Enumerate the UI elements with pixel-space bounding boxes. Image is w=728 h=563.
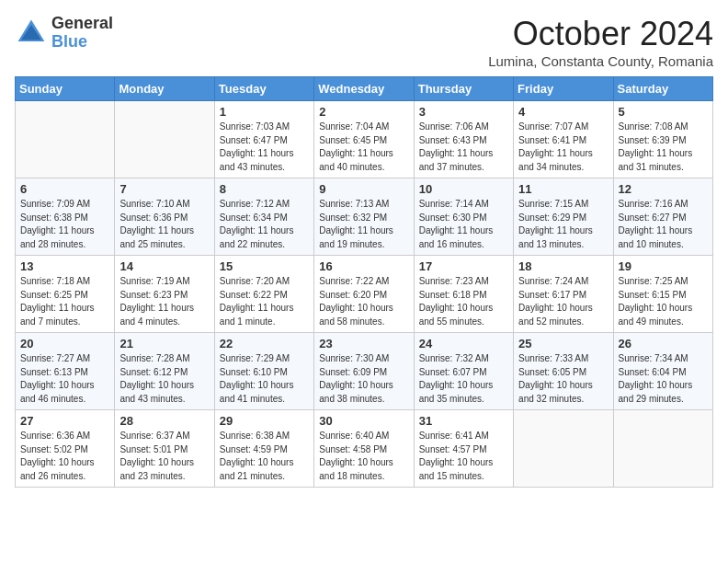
day-number: 21 <box>119 337 209 350</box>
day-number: 13 <box>20 259 109 273</box>
day-info: Sunrise: 7:25 AM Sunset: 6:15 PM Dayligh… <box>619 275 708 328</box>
day-number: 10 <box>419 182 508 196</box>
day-number: 28 <box>119 414 209 428</box>
day-info: Sunrise: 6:38 AM Sunset: 4:59 PM Dayligh… <box>220 430 309 483</box>
calendar-day-cell: 22Sunrise: 7:29 AM Sunset: 6:10 PM Dayli… <box>214 333 313 410</box>
day-info: Sunrise: 7:16 AM Sunset: 6:27 PM Dayligh… <box>619 198 708 251</box>
weekday-header-row: SundayMondayTuesdayWednesdayThursdayFrid… <box>16 77 713 101</box>
day-number: 31 <box>419 414 508 428</box>
logo-blue: Blue <box>51 33 113 52</box>
calendar-day-cell: 25Sunrise: 7:33 AM Sunset: 6:05 PM Dayli… <box>514 333 613 410</box>
day-number: 16 <box>319 259 408 273</box>
day-info: Sunrise: 7:33 AM Sunset: 6:05 PM Dayligh… <box>518 352 608 406</box>
day-number: 30 <box>319 414 408 428</box>
calendar-day-cell: 3Sunrise: 7:06 AM Sunset: 6:43 PM Daylig… <box>414 101 513 178</box>
weekday-header-saturday: Saturday <box>613 77 712 101</box>
calendar-day-cell: 28Sunrise: 6:37 AM Sunset: 5:01 PM Dayli… <box>115 410 214 488</box>
calendar-day-cell: 13Sunrise: 7:18 AM Sunset: 6:25 PM Dayli… <box>16 256 115 333</box>
weekday-header-thursday: Thursday <box>414 77 513 101</box>
calendar-day-cell: 21Sunrise: 7:28 AM Sunset: 6:12 PM Dayli… <box>115 333 214 410</box>
day-number: 5 <box>619 105 708 119</box>
day-number: 22 <box>220 337 309 350</box>
day-info: Sunrise: 7:28 AM Sunset: 6:12 PM Dayligh… <box>119 352 209 406</box>
calendar-day-cell: 29Sunrise: 6:38 AM Sunset: 4:59 PM Dayli… <box>214 410 313 488</box>
day-number: 9 <box>319 182 408 196</box>
day-info: Sunrise: 7:20 AM Sunset: 6:22 PM Dayligh… <box>220 275 309 328</box>
day-number: 25 <box>518 337 608 350</box>
weekday-header-monday: Monday <box>115 77 214 101</box>
day-info: Sunrise: 7:24 AM Sunset: 6:17 PM Dayligh… <box>518 275 608 328</box>
day-number: 24 <box>419 337 508 350</box>
day-number: 1 <box>220 105 309 119</box>
calendar-day-cell <box>115 101 214 178</box>
calendar-day-cell: 8Sunrise: 7:12 AM Sunset: 6:34 PM Daylig… <box>214 178 313 256</box>
calendar-day-cell: 27Sunrise: 6:36 AM Sunset: 5:02 PM Dayli… <box>16 410 115 488</box>
day-number: 19 <box>619 259 708 273</box>
day-info: Sunrise: 7:08 AM Sunset: 6:39 PM Dayligh… <box>619 121 708 174</box>
calendar-table: SundayMondayTuesdayWednesdayThursdayFrid… <box>15 76 713 488</box>
day-info: Sunrise: 7:06 AM Sunset: 6:43 PM Dayligh… <box>419 121 508 174</box>
logo: General Blue <box>15 15 113 52</box>
calendar-day-cell: 16Sunrise: 7:22 AM Sunset: 6:20 PM Dayli… <box>314 256 414 333</box>
day-info: Sunrise: 7:14 AM Sunset: 6:30 PM Dayligh… <box>419 198 508 251</box>
calendar-day-cell: 1Sunrise: 7:03 AM Sunset: 6:47 PM Daylig… <box>214 101 313 178</box>
calendar-day-cell: 7Sunrise: 7:10 AM Sunset: 6:36 PM Daylig… <box>115 178 214 256</box>
day-number: 8 <box>220 182 309 196</box>
day-number: 18 <box>518 259 608 273</box>
calendar-day-cell: 11Sunrise: 7:15 AM Sunset: 6:29 PM Dayli… <box>514 178 613 256</box>
month-title: October 2024 <box>488 15 713 53</box>
day-number: 11 <box>518 182 608 196</box>
day-info: Sunrise: 6:36 AM Sunset: 5:02 PM Dayligh… <box>20 430 109 483</box>
day-info: Sunrise: 7:13 AM Sunset: 6:32 PM Dayligh… <box>319 198 408 251</box>
day-number: 3 <box>419 105 508 119</box>
day-info: Sunrise: 7:18 AM Sunset: 6:25 PM Dayligh… <box>20 275 109 328</box>
day-info: Sunrise: 6:37 AM Sunset: 5:01 PM Dayligh… <box>119 430 209 483</box>
calendar-day-cell: 15Sunrise: 7:20 AM Sunset: 6:22 PM Dayli… <box>214 256 313 333</box>
calendar-day-cell: 2Sunrise: 7:04 AM Sunset: 6:45 PM Daylig… <box>314 101 414 178</box>
calendar-day-cell: 26Sunrise: 7:34 AM Sunset: 6:04 PM Dayli… <box>613 333 712 410</box>
day-info: Sunrise: 7:22 AM Sunset: 6:20 PM Dayligh… <box>319 275 408 328</box>
calendar-day-cell <box>514 410 613 488</box>
calendar-day-cell: 20Sunrise: 7:27 AM Sunset: 6:13 PM Dayli… <box>16 333 115 410</box>
calendar-day-cell: 4Sunrise: 7:07 AM Sunset: 6:41 PM Daylig… <box>514 101 613 178</box>
calendar-week-row: 27Sunrise: 6:36 AM Sunset: 5:02 PM Dayli… <box>16 410 713 488</box>
day-number: 26 <box>619 337 708 350</box>
day-number: 12 <box>619 182 708 196</box>
calendar-week-row: 20Sunrise: 7:27 AM Sunset: 6:13 PM Dayli… <box>16 333 713 410</box>
calendar-day-cell <box>16 101 115 178</box>
day-info: Sunrise: 7:23 AM Sunset: 6:18 PM Dayligh… <box>419 275 508 328</box>
day-info: Sunrise: 7:10 AM Sunset: 6:36 PM Dayligh… <box>119 198 209 251</box>
calendar-day-cell: 12Sunrise: 7:16 AM Sunset: 6:27 PM Dayli… <box>613 178 712 256</box>
day-number: 7 <box>119 182 209 196</box>
calendar-day-cell: 9Sunrise: 7:13 AM Sunset: 6:32 PM Daylig… <box>314 178 414 256</box>
weekday-header-wednesday: Wednesday <box>314 77 414 101</box>
calendar-day-cell: 14Sunrise: 7:19 AM Sunset: 6:23 PM Dayli… <box>115 256 214 333</box>
day-info: Sunrise: 7:07 AM Sunset: 6:41 PM Dayligh… <box>518 121 608 174</box>
day-info: Sunrise: 7:29 AM Sunset: 6:10 PM Dayligh… <box>220 352 309 406</box>
weekday-header-sunday: Sunday <box>16 77 115 101</box>
calendar-day-cell: 19Sunrise: 7:25 AM Sunset: 6:15 PM Dayli… <box>613 256 712 333</box>
day-info: Sunrise: 7:19 AM Sunset: 6:23 PM Dayligh… <box>119 275 209 328</box>
day-number: 2 <box>319 105 408 119</box>
title-block: October 2024 Lumina, Constanta County, R… <box>488 15 713 69</box>
calendar-week-row: 13Sunrise: 7:18 AM Sunset: 6:25 PM Dayli… <box>16 256 713 333</box>
calendar-week-row: 1Sunrise: 7:03 AM Sunset: 6:47 PM Daylig… <box>16 101 713 178</box>
weekday-header-tuesday: Tuesday <box>214 77 313 101</box>
day-number: 23 <box>319 337 408 350</box>
day-info: Sunrise: 7:30 AM Sunset: 6:09 PM Dayligh… <box>319 352 408 406</box>
calendar-day-cell: 30Sunrise: 6:40 AM Sunset: 4:58 PM Dayli… <box>314 410 414 488</box>
day-info: Sunrise: 7:04 AM Sunset: 6:45 PM Dayligh… <box>319 121 408 174</box>
day-info: Sunrise: 7:03 AM Sunset: 6:47 PM Dayligh… <box>220 121 309 174</box>
day-number: 15 <box>220 259 309 273</box>
calendar-day-cell: 6Sunrise: 7:09 AM Sunset: 6:38 PM Daylig… <box>16 178 115 256</box>
day-number: 6 <box>20 182 109 196</box>
calendar-day-cell: 23Sunrise: 7:30 AM Sunset: 6:09 PM Dayli… <box>314 333 414 410</box>
weekday-header-friday: Friday <box>514 77 613 101</box>
calendar-day-cell: 31Sunrise: 6:41 AM Sunset: 4:57 PM Dayli… <box>414 410 513 488</box>
logo-text: General Blue <box>51 15 113 52</box>
calendar-day-cell: 17Sunrise: 7:23 AM Sunset: 6:18 PM Dayli… <box>414 256 513 333</box>
day-number: 4 <box>518 105 608 119</box>
day-number: 17 <box>419 259 508 273</box>
day-info: Sunrise: 7:12 AM Sunset: 6:34 PM Dayligh… <box>220 198 309 251</box>
day-number: 27 <box>20 414 109 428</box>
